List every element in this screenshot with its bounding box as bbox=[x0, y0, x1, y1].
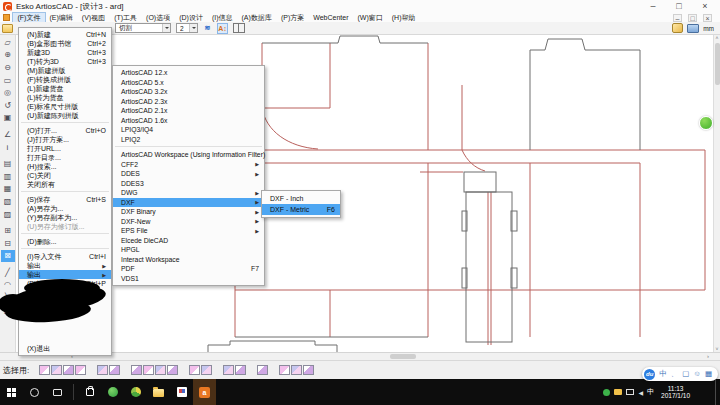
tool-icon[interactable]: ▱ bbox=[1, 36, 15, 49]
horizontal-scroll-thumb[interactable] bbox=[390, 354, 416, 359]
tool-icon[interactable]: ⊠ bbox=[1, 250, 15, 263]
tool-icon[interactable]: ∠ bbox=[1, 128, 15, 141]
status-tool-icon[interactable] bbox=[279, 365, 290, 375]
menu-item[interactable]: CFF2 ▶ bbox=[113, 160, 264, 170]
app-sphere-taskbar-button[interactable] bbox=[124, 379, 147, 405]
ime-keyboard-icon[interactable]: ▦ bbox=[705, 367, 712, 381]
ime-punctuation-icon[interactable]: 、 bbox=[671, 367, 679, 381]
menu-item[interactable]: ArtiosCAD 1.6x bbox=[113, 116, 264, 126]
cortana-button[interactable] bbox=[23, 379, 46, 405]
vertical-scroll-thumb[interactable] bbox=[715, 43, 720, 85]
minimize-button[interactable]: – bbox=[647, 2, 659, 11]
dropdown-arrow-icon[interactable] bbox=[189, 24, 197, 32]
start-button[interactable] bbox=[0, 379, 23, 405]
menu-item[interactable]: LPIQ2 bbox=[113, 135, 264, 145]
open-folder-icon[interactable] bbox=[2, 24, 13, 33]
close-button[interactable]: × bbox=[699, 2, 711, 11]
dropdown-arrow-icon[interactable] bbox=[162, 24, 170, 32]
menu-item[interactable]: LPIQ3/IQ4 bbox=[113, 125, 264, 135]
menu-item[interactable]: (U)新建陈列拼版 bbox=[19, 111, 111, 120]
status-tool-icon[interactable] bbox=[189, 365, 200, 375]
taskbar-clock[interactable]: 11:13 2017/1/10 bbox=[661, 385, 690, 399]
menu-bar-item[interactable]: (I)信息 bbox=[207, 13, 237, 22]
status-tool-icon[interactable] bbox=[167, 365, 178, 375]
task-view-button[interactable] bbox=[46, 379, 69, 405]
menu-item[interactable]: EPS File ▶ bbox=[113, 226, 264, 236]
ime-logo-icon[interactable]: du bbox=[644, 369, 655, 380]
menu-item[interactable]: 关闭所有 bbox=[19, 180, 111, 189]
speedup-ball-widget[interactable] bbox=[699, 116, 713, 130]
status-tool-icon[interactable] bbox=[51, 365, 62, 375]
menu-bar-item[interactable]: (E)编辑 bbox=[45, 13, 77, 22]
menu-item[interactable]: DXF Binary ▶ bbox=[113, 207, 264, 217]
tool-icon[interactable]: ▤ bbox=[1, 157, 15, 170]
menu-item[interactable]: Elcede DieCAD bbox=[113, 236, 264, 246]
menu-item[interactable]: ArtiosCAD 2.1x bbox=[113, 106, 264, 116]
status-tool-icon[interactable] bbox=[75, 365, 86, 375]
status-tool-icon[interactable] bbox=[109, 365, 120, 375]
menu-item[interactable]: (X)退出 bbox=[19, 344, 111, 353]
scroll-up-icon[interactable]: ˄ bbox=[714, 35, 720, 41]
menu-bar-item[interactable]: (O)选项 bbox=[142, 13, 175, 22]
menu-bar-item[interactable]: (V)视图 bbox=[77, 13, 109, 22]
status-tool-icon[interactable] bbox=[143, 365, 154, 375]
tool-icon[interactable]: ▧ bbox=[1, 195, 15, 208]
menu-item[interactable]: VDS1 bbox=[113, 274, 264, 284]
tool-icon[interactable]: ⊖ bbox=[1, 61, 15, 74]
menu-bar-item[interactable]: (T)工具 bbox=[110, 13, 142, 22]
menu-item[interactable]: DXF ▶ bbox=[113, 198, 264, 208]
tool-icon[interactable]: ▭ bbox=[1, 74, 15, 87]
menu-item[interactable]: DDES ▶ bbox=[113, 169, 264, 179]
tray-ime-mode[interactable]: 中 bbox=[647, 387, 654, 397]
tray-folder-icon[interactable] bbox=[614, 389, 622, 395]
tray-antivirus-icon[interactable] bbox=[603, 389, 610, 396]
tool-icon[interactable]: ▣ bbox=[1, 112, 15, 125]
maximize-button[interactable]: □ bbox=[673, 2, 685, 11]
tool-icon[interactable]: ⊞ bbox=[1, 224, 15, 237]
mdi-restore-button[interactable]: □ bbox=[688, 14, 697, 22]
snap-options-icon[interactable]: ≋ bbox=[205, 24, 211, 32]
menu-item[interactable]: ArtiosCAD 2.3x bbox=[113, 97, 264, 107]
file-explorer-button[interactable] bbox=[147, 379, 170, 405]
menu-item[interactable]: PDF F7 bbox=[113, 264, 264, 274]
menu-item[interactable]: (P)打印... Ctrl+P bbox=[19, 279, 111, 288]
menu-item[interactable]: ArtiosCAD 12.x bbox=[113, 68, 264, 78]
menu-bar-item[interactable]: (P)方案 bbox=[276, 13, 308, 22]
grid-settings-icon[interactable] bbox=[233, 23, 245, 33]
status-tool-icon[interactable] bbox=[291, 365, 302, 375]
menu-item[interactable]: (U)另存为修订版... bbox=[19, 222, 111, 231]
point-size-select[interactable]: 2 bbox=[176, 23, 198, 33]
menu-item[interactable]: DXF - Inch bbox=[262, 193, 340, 204]
menu-bar-item[interactable]: (D)设计 bbox=[175, 13, 208, 22]
menu-item[interactable]: DDES3 bbox=[113, 179, 264, 189]
tool-icon[interactable]: ▦ bbox=[1, 183, 15, 196]
status-tool-icon[interactable] bbox=[155, 365, 166, 375]
menu-item[interactable]: ArtiosCAD Workspace (Using Information F… bbox=[113, 150, 264, 160]
mdi-minimize-button[interactable]: – bbox=[673, 14, 682, 22]
status-tool-icon[interactable] bbox=[39, 365, 50, 375]
image-app-taskbar-button[interactable] bbox=[170, 379, 193, 405]
workspace-folder-icon[interactable] bbox=[687, 24, 699, 33]
tray-volume-icon[interactable]: ◀ bbox=[638, 389, 643, 396]
menu-item[interactable]: ArtiosCAD 3.2x bbox=[113, 87, 264, 97]
show-desktop-button[interactable] bbox=[715, 379, 720, 405]
menu-bar-item[interactable]: (H)帮助 bbox=[387, 13, 420, 22]
ime-mode-toggle[interactable]: 中 bbox=[659, 367, 667, 381]
status-tool-icon[interactable] bbox=[223, 365, 234, 375]
text-style-icon[interactable]: A↕ bbox=[218, 25, 227, 32]
menu-bar-item[interactable]: WebCenter bbox=[309, 13, 353, 22]
status-tool-icon[interactable] bbox=[257, 365, 268, 375]
rebuild-tool-icon[interactable] bbox=[672, 23, 683, 33]
tool-icon[interactable]: ╲ bbox=[1, 291, 15, 304]
ime-emoji-icon[interactable]: ☺ bbox=[693, 367, 701, 381]
status-tool-icon[interactable] bbox=[235, 365, 246, 375]
tool-icon[interactable]: ▦ bbox=[1, 304, 15, 317]
menu-bar-item[interactable]: (A)数据库 bbox=[237, 13, 276, 22]
tray-display-icon[interactable] bbox=[626, 389, 634, 395]
menu-item[interactable]: HPGL bbox=[113, 245, 264, 255]
scroll-right-icon[interactable]: › bbox=[704, 353, 712, 360]
tool-icon[interactable]: ⊟ bbox=[1, 237, 15, 250]
browser-taskbar-button[interactable] bbox=[101, 379, 124, 405]
status-tool-icon[interactable] bbox=[63, 365, 74, 375]
tool-icon[interactable]: ▨ bbox=[1, 208, 15, 221]
